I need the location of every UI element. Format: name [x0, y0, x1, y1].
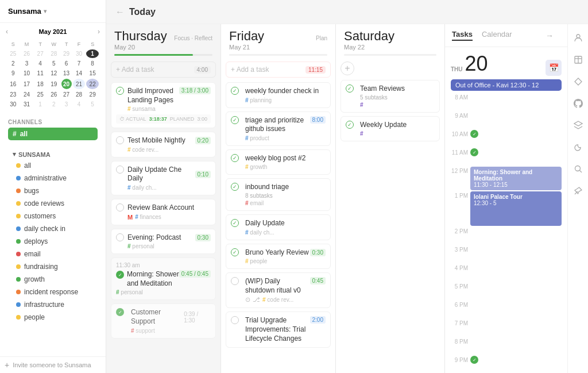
- cal-day[interactable]: 29: [86, 90, 99, 99]
- cal-day[interactable]: 22: [86, 79, 99, 89]
- sidebar-item-infrastructure[interactable]: infrastructure: [11, 298, 98, 311]
- time-slot-11am: 11 AM: [451, 148, 562, 167]
- cal-day[interactable]: 26: [21, 49, 33, 58]
- right-panel: Tasks Calendar → THU 20: [445, 24, 567, 373]
- sidebar-item-daily-check-in[interactable]: daily check in: [11, 222, 98, 235]
- friday-header: Friday Plan May 21: [221, 24, 335, 58]
- cal-day[interactable]: 30: [73, 49, 86, 58]
- cal-day[interactable]: 19: [48, 79, 60, 89]
- cal-day[interactable]: 9: [7, 69, 20, 78]
- sidebar-item-people[interactable]: people: [11, 311, 98, 324]
- back-icon[interactable]: ←: [115, 7, 125, 17]
- pin-icon-btn[interactable]: [570, 183, 586, 199]
- cal-day[interactable]: 11: [34, 69, 47, 78]
- sidebar-item-deploys[interactable]: deploys: [11, 235, 98, 248]
- cal-day[interactable]: 2: [7, 59, 20, 68]
- invite-button[interactable]: + Invite someone to Sunsama: [0, 356, 106, 373]
- task-checkbox[interactable]: [231, 277, 239, 285]
- cal-day[interactable]: 25: [34, 90, 47, 99]
- search-icon-btn[interactable]: [570, 161, 586, 177]
- task-checkbox[interactable]: [116, 233, 124, 241]
- tab-calendar[interactable]: Calendar: [482, 30, 512, 41]
- cal-day[interactable]: 30: [7, 100, 20, 109]
- task-checkbox-green[interactable]: ✓: [116, 308, 124, 316]
- sidebar-item-administrative[interactable]: administrative: [11, 172, 98, 184]
- cal-day[interactable]: 24: [21, 90, 33, 99]
- task-checkbox[interactable]: [231, 87, 239, 95]
- cal-day[interactable]: 12: [48, 69, 60, 78]
- task-checkbox[interactable]: [231, 248, 239, 256]
- sidebar-item-all[interactable]: all: [11, 159, 98, 172]
- task-checkbox[interactable]: [231, 183, 239, 191]
- sidebar-item-fundraising[interactable]: fundraising: [11, 260, 98, 273]
- cal-day[interactable]: 13: [61, 69, 72, 78]
- cal-day[interactable]: 1: [86, 49, 99, 58]
- cal-day[interactable]: 3: [61, 100, 72, 109]
- cal-day[interactable]: 26: [48, 90, 60, 99]
- calendar-icon: 📅: [549, 63, 559, 72]
- sidebar-item-code-reviews[interactable]: code reviews: [11, 197, 98, 210]
- prev-month-button[interactable]: ‹: [6, 28, 8, 36]
- profile-icon-btn[interactable]: [570, 30, 586, 46]
- cal-day[interactable]: 18: [34, 79, 47, 89]
- cal-day[interactable]: 23: [7, 90, 20, 99]
- cal-day[interactable]: 14: [73, 69, 86, 78]
- sidebar-item-growth[interactable]: growth: [11, 273, 98, 286]
- subtask-count: 8 subtasks: [245, 193, 326, 199]
- cal-day[interactable]: 27: [34, 49, 47, 58]
- cal-day[interactable]: 28: [73, 90, 86, 99]
- moon-icon-btn[interactable]: [570, 139, 586, 155]
- layers-icon-btn[interactable]: [570, 117, 586, 133]
- task-checkbox[interactable]: [116, 87, 124, 95]
- table-icon-btn[interactable]: [570, 52, 586, 68]
- task-checkbox[interactable]: [346, 84, 354, 93]
- task-checkbox[interactable]: [231, 154, 239, 162]
- task-checkbox[interactable]: [231, 316, 239, 324]
- expand-icon[interactable]: →: [546, 31, 554, 40]
- sidebar-item-incident-response[interactable]: incident response: [11, 286, 98, 298]
- cal-day[interactable]: 17: [21, 79, 33, 89]
- cal-day[interactable]: 31: [21, 100, 33, 109]
- hash-icon: #: [127, 243, 131, 249]
- sidebar-item-customers[interactable]: customers: [11, 210, 98, 222]
- thursday-progress-bg: [114, 54, 212, 56]
- cal-day[interactable]: 27: [61, 90, 72, 99]
- cal-day[interactable]: 4: [34, 59, 47, 68]
- next-month-button[interactable]: ›: [98, 28, 100, 36]
- cal-day[interactable]: 16: [7, 79, 20, 89]
- github-icon-btn[interactable]: [570, 95, 586, 111]
- cal-day[interactable]: 3: [21, 59, 33, 68]
- sidebar-item-all-active[interactable]: # all: [8, 128, 98, 140]
- hash-icon: #: [245, 164, 249, 170]
- workspace-header[interactable]: Sunsama ▾: [0, 0, 106, 23]
- cal-day[interactable]: 1: [34, 100, 47, 109]
- tab-tasks[interactable]: Tasks: [452, 30, 473, 41]
- cal-day[interactable]: 25: [7, 49, 20, 58]
- cal-day[interactable]: 15: [86, 69, 99, 78]
- cal-day-today[interactable]: 20: [61, 79, 72, 89]
- cal-day[interactable]: 5: [86, 100, 99, 109]
- add-task-button-saturday[interactable]: +: [341, 61, 354, 75]
- cal-day[interactable]: 8: [86, 59, 99, 68]
- task-checkbox[interactable]: [231, 116, 239, 124]
- diamond-icon-btn[interactable]: [570, 74, 586, 90]
- cal-day[interactable]: 7: [73, 59, 86, 68]
- add-task-button-thursday[interactable]: + Add a task 4:00: [111, 61, 216, 78]
- sidebar-item-email[interactable]: email: [11, 248, 98, 260]
- cal-day[interactable]: 28: [48, 49, 60, 58]
- task-checkbox[interactable]: [231, 219, 239, 227]
- cal-day[interactable]: 2: [48, 100, 60, 109]
- sidebar-item-bugs[interactable]: bugs: [11, 184, 98, 197]
- task-checkbox[interactable]: [116, 203, 124, 212]
- task-checkbox[interactable]: [116, 136, 124, 144]
- task-checkbox[interactable]: [346, 121, 354, 129]
- cal-day[interactable]: 21: [73, 79, 86, 89]
- cal-day[interactable]: 10: [21, 69, 33, 78]
- cal-day[interactable]: 6: [61, 59, 72, 68]
- cal-day[interactable]: 4: [73, 100, 86, 109]
- task-checkbox[interactable]: [116, 166, 124, 174]
- add-task-button-friday[interactable]: + Add a task 11:15: [226, 61, 331, 78]
- cal-day[interactable]: 5: [48, 59, 60, 68]
- task-checkbox-green[interactable]: ✓: [116, 271, 124, 279]
- cal-day[interactable]: 29: [61, 49, 72, 58]
